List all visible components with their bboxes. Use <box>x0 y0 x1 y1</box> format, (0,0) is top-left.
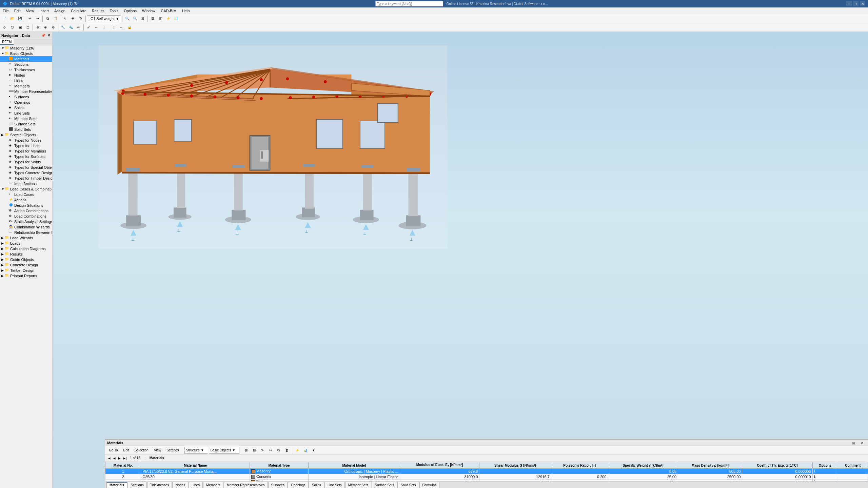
tb2-lock[interactable]: 🔒 <box>126 24 133 31</box>
page-nav-prev[interactable]: ◄ <box>113 456 116 460</box>
copy-btn[interactable]: ⧉ <box>44 15 51 22</box>
menu-cad-bim[interactable]: CAD-BIM <box>158 7 179 14</box>
tree-item-imperfections[interactable]: ⋯Imperfections <box>0 181 52 186</box>
tree-item-types-for-timber-design[interactable]: ◈Types for Timber Design <box>0 176 52 181</box>
tab-thicknesses[interactable]: Thicknesses <box>147 482 172 488</box>
table-row[interactable]: 2C25/30 ConcreteIsotropic | Linear Elast… <box>105 474 868 480</box>
tree-item-guide-objects[interactable]: ▶📁Guide Objects <box>0 257 52 262</box>
lc-dropdown[interactable]: LC1 Self weight ▼ <box>87 15 121 22</box>
tab-members[interactable]: Members <box>203 482 223 488</box>
save-btn[interactable]: 💾 <box>16 15 24 22</box>
menu-file[interactable]: File <box>0 7 12 14</box>
menu-view[interactable]: View <box>23 7 37 14</box>
filter-dropdown[interactable]: Structure ▼ <box>184 447 208 454</box>
rotate-btn[interactable]: ↻ <box>77 15 84 22</box>
tree-item-calculation-diagrams[interactable]: ▶📁Calculation Diagrams <box>0 246 52 251</box>
paste-btn[interactable]: 📋 <box>52 15 59 22</box>
page-nav-next[interactable]: ► <box>118 456 121 460</box>
menu-insert[interactable]: Insert <box>37 7 52 14</box>
viewport-3d[interactable]: ⊥ ⊥ ⊥ ⊥ ⊥ ⊥ <box>53 32 868 488</box>
bottom-tb6[interactable]: 🗑 <box>283 447 291 454</box>
results-btn[interactable]: 📊 <box>172 15 180 22</box>
nav-pin-icon[interactable]: 📌 <box>41 33 46 38</box>
page-nav-first[interactable]: |◄ <box>106 456 111 460</box>
tree-item-member-sets[interactable]: ⤜Member Sets <box>0 116 52 121</box>
tb2-snap2[interactable]: ⋯ <box>118 24 125 31</box>
tb2-snap1[interactable]: ⋮ <box>110 24 118 31</box>
tab-surface-sets[interactable]: Surface Sets <box>372 482 397 488</box>
select-btn[interactable]: ↖ <box>61 15 69 22</box>
tb2-view2[interactable]: ↔ <box>93 24 100 31</box>
tb2-2[interactable]: ⬡ <box>8 24 16 31</box>
nav-tab-rfem[interactable]: RFEM <box>0 39 14 45</box>
tb2-view3[interactable]: ↕ <box>100 24 108 31</box>
tree-item-loads[interactable]: ▶📁Loads <box>0 241 52 246</box>
calc-btn[interactable]: ⚡ <box>164 15 172 22</box>
tab-materials[interactable]: Materials <box>106 482 127 488</box>
selection-btn[interactable]: Selection <box>132 447 151 454</box>
tree-item-relationship-between-load-cases[interactable]: ↔Relationship Between Load Cases <box>0 230 52 235</box>
tree-item-types-for-surfaces[interactable]: ◈Types for Surfaces <box>0 154 52 159</box>
tree-item-printout-reports[interactable]: ▶📁Printout Reports <box>0 273 52 279</box>
tb2-8[interactable]: 🔧 <box>59 24 67 31</box>
bottom-tb3[interactable]: ✎ <box>259 447 266 454</box>
render-btn[interactable]: 🖥 <box>149 15 156 22</box>
tab-solid-sets[interactable]: Solid Sets <box>397 482 419 488</box>
bottom-excel[interactable]: 📊 <box>302 447 309 454</box>
tree-item-action-combinations[interactable]: ⊕Action Combinations <box>0 208 52 214</box>
bottom-tb4[interactable]: ✂ <box>267 447 274 454</box>
move-btn[interactable]: ✥ <box>69 15 77 22</box>
bottom-calc[interactable]: ⚡ <box>294 447 301 454</box>
menu-edit[interactable]: Edit <box>12 7 23 14</box>
tree-item-surface-sets[interactable]: ⬜Surface Sets <box>0 121 52 127</box>
tree-item-results[interactable]: ▶📁Results <box>0 251 52 257</box>
tree-item-surfaces[interactable]: ▪Surfaces <box>0 94 52 100</box>
tab-sections[interactable]: Sections <box>127 482 146 488</box>
tree-item-materials[interactable]: 🟧Materials <box>0 56 52 62</box>
tree-item-nodes[interactable]: ●Nodes <box>0 73 52 78</box>
menu-window[interactable]: Window <box>139 7 158 14</box>
tb2-3[interactable]: ▣ <box>16 24 24 31</box>
tree-item-member-representatives[interactable]: ══Member Representatives <box>0 89 52 94</box>
tree-item-types-for-members[interactable]: ◈Types for Members <box>0 148 52 154</box>
tree-item-special-objects[interactable]: ▶📁Special Objects <box>0 132 52 138</box>
tab-lines[interactable]: Lines <box>189 482 203 488</box>
tb2-4[interactable]: ◻ <box>24 24 32 31</box>
minimize-button[interactable]: ─ <box>846 1 852 6</box>
bottom-info[interactable]: ℹ <box>310 447 317 454</box>
bottom-float-btn[interactable]: ◫ <box>850 439 857 447</box>
view3d-btn[interactable]: ◫ <box>157 15 164 22</box>
tab-nodes[interactable]: Nodes <box>172 482 188 488</box>
tree-item-members[interactable]: ═Members <box>0 83 52 89</box>
tree-item-openings[interactable]: □Openings <box>0 100 52 105</box>
tb2-5[interactable]: ⊕ <box>34 24 41 31</box>
tab-line-sets[interactable]: Line Sets <box>324 482 345 488</box>
goto-btn[interactable]: Go To <box>106 447 120 454</box>
zoom-in-btn[interactable]: 🔍 <box>123 15 131 22</box>
tree-item-thicknesses[interactable]: ▭Thicknesses <box>0 67 52 73</box>
menu-calculate[interactable]: Calculate <box>68 7 89 14</box>
search-input[interactable] <box>375 1 443 6</box>
tree-item-masonry-(1):f6[interactable]: ▼📁Masonry (1):f6 <box>0 45 52 51</box>
tree-item-solids[interactable]: ■Solids <box>0 105 52 110</box>
tb2-view1[interactable]: ⤢ <box>85 24 92 31</box>
open-btn[interactable]: 📂 <box>8 15 16 22</box>
tb2-7[interactable]: ⊖ <box>50 24 57 31</box>
new-btn[interactable]: 📄 <box>1 15 8 22</box>
tab-solids[interactable]: Solids <box>309 482 324 488</box>
tab-openings[interactable]: Openings <box>288 482 309 488</box>
tree-item-types-for-special-objects[interactable]: ◈Types for Special Objects <box>0 165 52 170</box>
bottom-tb1[interactable]: ⊞ <box>242 447 250 454</box>
tree-item-design-situations[interactable]: 🔷Design Situations <box>0 203 52 208</box>
tab-surfaces[interactable]: Surfaces <box>268 482 288 488</box>
tab-member-sets[interactable]: Member Sets <box>345 482 371 488</box>
category-dropdown[interactable]: Basic Objects ▼ <box>209 447 239 454</box>
tree-item-lines[interactable]: ─Lines <box>0 78 52 83</box>
menu-results[interactable]: Results <box>89 7 107 14</box>
bottom-close-btn[interactable]: ✕ <box>859 439 866 447</box>
tree-item-line-sets[interactable]: ⤜Line Sets <box>0 110 52 116</box>
zoom-out-btn[interactable]: 🔍 <box>131 15 139 22</box>
settings-btn[interactable]: Settings <box>164 447 181 454</box>
bottom-tb2[interactable]: ⊟ <box>251 447 258 454</box>
tree-item-combination-wizards[interactable]: 🧙Combination Wizards <box>0 224 52 230</box>
